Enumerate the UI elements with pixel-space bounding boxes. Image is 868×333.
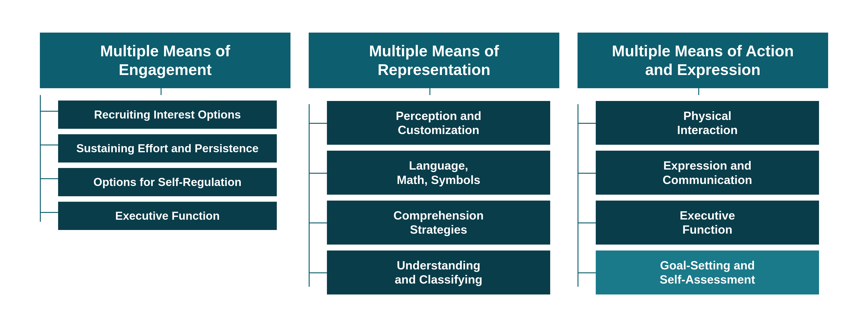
action-tree: PhysicalInteraction Expression andCommun… <box>578 95 828 300</box>
action-header: Multiple Means of Actionand Expression <box>578 33 828 88</box>
engagement-item-1: Recruiting Interest Options <box>58 100 290 129</box>
representation-header: Multiple Means ofRepresentation <box>309 33 559 88</box>
action-item-2: Expression andCommunication <box>596 151 828 195</box>
engagement-box-1: Recruiting Interest Options <box>58 100 277 129</box>
diagram-container: Multiple Means ofEngagement Recruiting I… <box>18 33 850 300</box>
engagement-column: Multiple Means ofEngagement Recruiting I… <box>40 33 290 235</box>
action-box-1: PhysicalInteraction <box>596 101 819 145</box>
representation-tree: Perception andCustomization Language,Mat… <box>309 95 559 300</box>
rep-item-3: ComprehensionStrategies <box>327 201 559 245</box>
engagement-box-2: Sustaining Effort and Persistence <box>58 134 277 162</box>
engagement-tree: Recruiting Interest Options Sustaining E… <box>40 95 290 236</box>
action-column: Multiple Means of Actionand Expression P… <box>578 33 828 300</box>
rep-item-2: Language,Math, Symbols <box>327 151 559 195</box>
representation-column: Multiple Means ofRepresentation Percepti… <box>309 33 559 300</box>
engagement-item-2: Sustaining Effort and Persistence <box>58 134 290 162</box>
engagement-box-4: Executive Function <box>58 202 277 230</box>
engagement-box-3: Options for Self-Regulation <box>58 168 277 196</box>
rep-box-4: Understandingand Classifying <box>327 250 550 295</box>
engagement-item-4: Executive Function <box>58 202 290 230</box>
engagement-header: Multiple Means ofEngagement <box>40 33 290 88</box>
action-box-4: Goal-Setting andSelf-Assessment <box>596 250 819 295</box>
engagement-item-3: Options for Self-Regulation <box>58 168 290 196</box>
rep-item-4: Understandingand Classifying <box>327 250 559 295</box>
rep-box-2: Language,Math, Symbols <box>327 151 550 195</box>
action-box-2: Expression andCommunication <box>596 151 819 195</box>
rep-item-1: Perception andCustomization <box>327 101 559 145</box>
rep-box-3: ComprehensionStrategies <box>327 201 550 245</box>
action-box-3: ExecutiveFunction <box>596 201 819 245</box>
action-item-3: ExecutiveFunction <box>596 201 828 245</box>
action-item-1: PhysicalInteraction <box>596 101 828 145</box>
action-item-4: Goal-Setting andSelf-Assessment <box>596 250 828 295</box>
rep-box-1: Perception andCustomization <box>327 101 550 145</box>
